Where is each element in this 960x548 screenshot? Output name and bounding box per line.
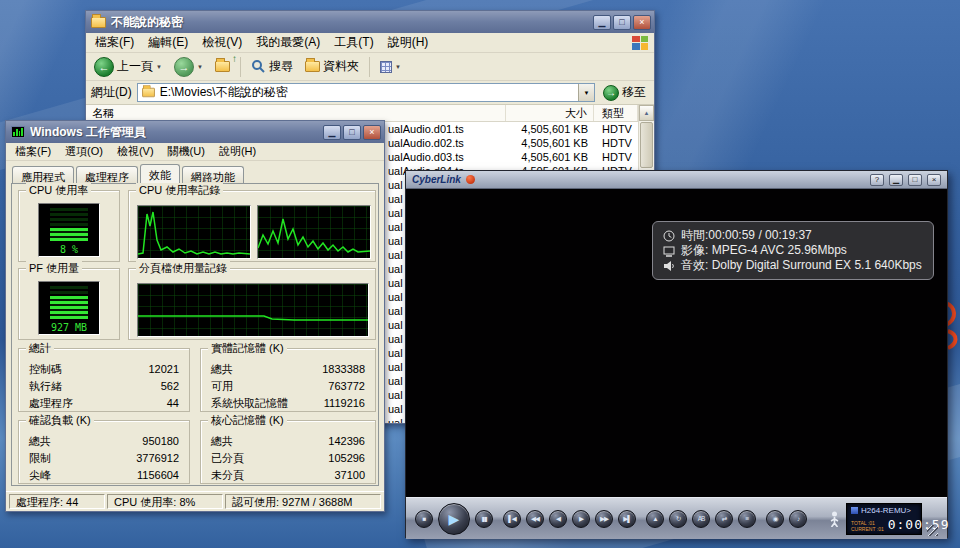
step-back-button[interactable]: ◀ (549, 510, 567, 528)
group-title: 分頁檔使用量記錄 (136, 261, 230, 276)
back-button[interactable]: ← 上一頁 ▼ (90, 55, 166, 79)
stat-label: 未分頁 (211, 467, 244, 484)
go-button[interactable]: → 移至 (600, 84, 649, 101)
tab-performance[interactable]: 效能 (140, 164, 180, 183)
repeat-button[interactable]: ↻ (669, 510, 687, 528)
pause-button[interactable]: ▮▮ (475, 510, 493, 528)
folders-icon (305, 61, 320, 72)
help-button[interactable]: ? (870, 174, 884, 186)
address-dropdown-button[interactable]: ▼ (578, 84, 594, 101)
menu-item[interactable]: 說明(H) (381, 32, 436, 53)
stat-label: 尖峰 (29, 467, 51, 484)
column-header-size[interactable]: 大小 (506, 105, 594, 121)
pf-history-graph (137, 283, 369, 337)
stat-value: 12021 (148, 361, 179, 378)
column-header-type[interactable]: 類型 (594, 105, 638, 121)
explorer-titlebar[interactable]: 不能說的秘密 ▁ □ × (86, 11, 654, 33)
column-header-name[interactable]: 名稱 (86, 105, 506, 121)
address-value: E:\Movies\不能說的秘密 (160, 84, 574, 101)
pf-usage-value: 927 MB (39, 322, 99, 333)
up-button[interactable]: ↑ (211, 59, 234, 74)
scrollbar-thumb[interactable] (640, 122, 653, 168)
menu-item[interactable]: 檢視(V) (195, 32, 249, 53)
cpu-usage-value: 8 % (39, 244, 99, 255)
maximize-button[interactable]: □ (908, 174, 922, 186)
ab-repeat-button[interactable]: AB (692, 510, 710, 528)
close-button[interactable]: × (633, 15, 651, 30)
menu-item[interactable]: 檔案(F) (8, 142, 58, 161)
shuffle-button[interactable]: ⇄ (715, 510, 733, 528)
menu-item[interactable]: 工具(T) (327, 32, 380, 53)
stat-label: 處理程序 (29, 395, 73, 412)
maximize-button[interactable]: □ (613, 15, 631, 30)
stat-label: 控制碼 (29, 361, 62, 378)
desktop: 不能說的秘密 ▁ □ × 檔案(F)編輯(E)檢視(V)我的最愛(A)工具(T)… (0, 0, 960, 548)
group-title: 實體記憶體 (K) (208, 341, 287, 356)
audio-track-button[interactable]: ♪ (789, 510, 807, 528)
eject-button[interactable]: ▲ (646, 510, 664, 528)
scroll-up-button[interactable]: ▲ (639, 105, 654, 121)
views-button[interactable]: ▼ (376, 59, 405, 75)
go-icon: → (603, 85, 619, 101)
address-input[interactable]: E:\Movies\不能說的秘密 ▼ (137, 83, 595, 102)
cpu-usage-group: CPU 使用率 8 % (18, 190, 120, 262)
video-area[interactable]: 時間:00:00:59 / 00:19:37 影像: MPEG-4 AVC 25… (406, 189, 947, 497)
kernel-memory-group: 核心記憶體 (K) 總共142396 已分頁105296 未分頁37100 (200, 420, 376, 484)
maximize-button[interactable]: □ (343, 125, 361, 140)
stat-value: 1119216 (324, 395, 365, 412)
menu-item[interactable]: 編輯(E) (141, 32, 195, 53)
pf-history-group: 分頁檔使用量記錄 (128, 268, 376, 340)
menu-item[interactable]: 檢視(V) (110, 142, 161, 161)
taskmanager-menubar: 檔案(F)選項(O)檢視(V)關機(U)說明(H) (6, 143, 384, 161)
stop-button[interactable]: ■ (415, 510, 433, 528)
toolbar-separator (240, 57, 241, 77)
player-window: CyberLink ? ▁ □ × 時間:00:00:59 / 00:19:37 (405, 170, 948, 538)
close-button[interactable]: × (927, 174, 941, 186)
transport-controls: ▌◀◀◀◀▶▶▶▶▌ (503, 510, 636, 528)
menu-item[interactable]: 關機(U) (161, 142, 212, 161)
menu-item[interactable]: 選項(O) (58, 142, 110, 161)
minimize-button[interactable]: ▁ (889, 174, 903, 186)
cyberlink-logo: CyberLink (412, 174, 461, 185)
menu-button[interactable]: ≡ (738, 510, 756, 528)
forward-button[interactable]: → ▼ (170, 55, 207, 79)
previous-button[interactable]: ▌◀ (503, 510, 521, 528)
folder-icon (142, 88, 155, 97)
stat-label: 執行緒 (29, 378, 62, 395)
stat-label: 總共 (29, 433, 51, 450)
address-label: 網址(D) (91, 84, 132, 101)
stat-value: 562 (161, 378, 179, 395)
player-titlebar[interactable]: CyberLink ? ▁ □ × (406, 171, 947, 189)
osd-overlay: 時間:00:00:59 / 00:19:37 影像: MPEG-4 AVC 25… (652, 221, 934, 280)
menu-item[interactable]: 我的最愛(A) (249, 32, 327, 53)
clock-icon (663, 230, 675, 242)
user-icon[interactable] (829, 511, 840, 527)
folders-button[interactable]: 資料夾 (301, 56, 363, 77)
menu-item[interactable]: 檔案(F) (88, 32, 141, 53)
taskmanager-titlebar[interactable]: Windows 工作管理員 ▁ □ × (6, 121, 384, 143)
minimize-button[interactable]: ▁ (323, 125, 341, 140)
explorer-menubar: 檔案(F)編輯(E)檢視(V)我的最愛(A)工具(T)說明(H) (86, 33, 654, 53)
lcd-current: CURRENT :01 (851, 526, 884, 532)
play-button[interactable]: ▶ (438, 503, 470, 535)
minimize-button[interactable]: ▁ (593, 15, 611, 30)
capture-button[interactable]: ◉ (766, 510, 784, 528)
step-forward-button[interactable]: ▶ (572, 510, 590, 528)
resize-grip[interactable] (927, 525, 938, 536)
disc-icon (851, 507, 858, 514)
stat-value: 105296 (328, 450, 365, 467)
rewind-button[interactable]: ◀◀ (526, 510, 544, 528)
folder-icon (91, 17, 106, 28)
file-size: 4,505,601 KB (506, 123, 594, 135)
next-button[interactable]: ▶▌ (618, 510, 636, 528)
search-button[interactable]: 搜尋 (247, 56, 297, 77)
file-size: 4,505,601 KB (506, 137, 594, 149)
stat-label: 可用 (211, 378, 233, 395)
fast-forward-button[interactable]: ▶▶ (595, 510, 613, 528)
stat-value: 44 (167, 395, 179, 412)
stat-label: 總共 (211, 433, 233, 450)
close-button[interactable]: × (363, 125, 381, 140)
main-controls: ■ ▶ ▮▮ (415, 503, 493, 535)
cpu-history-graph-1 (137, 205, 251, 259)
menu-item[interactable]: 說明(H) (212, 142, 263, 161)
